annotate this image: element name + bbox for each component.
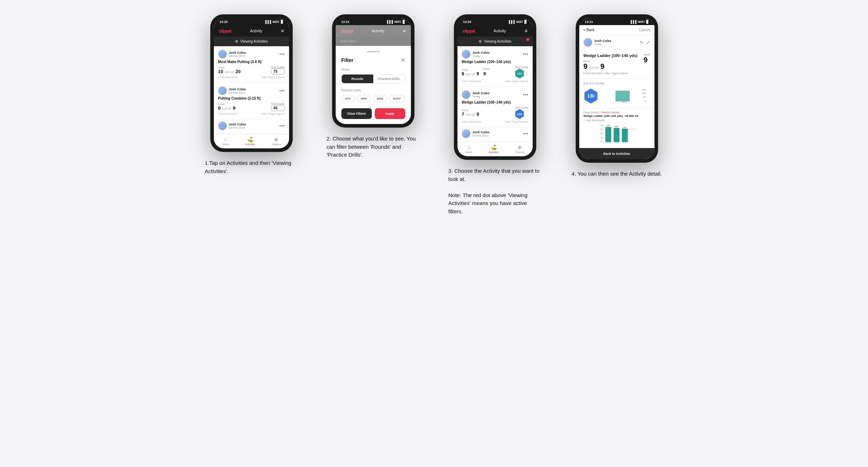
app-logo-1: clippd	[219, 28, 231, 34]
shots-val-1-1: 20	[235, 69, 240, 74]
card-header-1-1: Josh Coles 28 Feb 2023 •••	[218, 50, 285, 58]
app-header-1: clippd Activity ≡	[214, 25, 289, 37]
hamburger-icon-2[interactable]: ≡	[403, 28, 406, 34]
signal-icon: ▐▐▐	[264, 20, 271, 24]
battery-icon-2: ▊	[403, 20, 405, 24]
detail-score-row: Score 9 OUT OF 9	[584, 60, 638, 71]
score-val-1-2: 0	[218, 105, 221, 111]
activity-card-3-3[interactable]: Josh Coles 28 Feb 2023 •••	[457, 127, 533, 142]
user-info-3-1: Josh Coles Today	[462, 50, 490, 58]
nav-activities-1[interactable]: ⛳ Activities	[245, 137, 255, 146]
detail-shots-val: 9	[600, 62, 604, 71]
viewing-label-3: Viewing Activities	[484, 39, 512, 43]
hamburger-icon-1[interactable]: ≡	[281, 28, 284, 34]
stats-row-1-2: Score 0 OUT OF 9 Shot Quality 45	[218, 103, 285, 111]
avatar-3-1	[462, 50, 470, 58]
notch-4	[604, 14, 629, 21]
more-icon-3-3[interactable]: •••	[523, 131, 528, 136]
back-to-activities-button[interactable]: Back to Activities	[579, 148, 654, 159]
phone-4: 13:21 ▐▐▐ WiFi ▊ < Back Cancel	[576, 14, 658, 163]
stats-row-1-1: Score 10 OUT OF 20 Shot Quality 75	[218, 66, 285, 75]
activity-card-3-2[interactable]: Josh Coles Today ••• Wedge Ladder (100–1…	[457, 87, 533, 127]
edit-icon[interactable]: ✎	[639, 40, 643, 45]
step-3-column: 13:20 ▐▐▐ WiFi ▊ clippd Activity ≡ ⚙ V	[441, 14, 549, 215]
user-date-1-1: 28 Feb 2023	[229, 54, 246, 58]
svg-text:APP: APP	[622, 101, 627, 103]
signal-icon-4: ▐▐▐	[629, 20, 636, 24]
nav-capture-1[interactable]: ⊕ Capture	[272, 137, 280, 146]
phone-screen-3: 13:20 ▐▐▐ WiFi ▊ clippd Activity ≡ ⚙ V	[457, 18, 533, 156]
pa-chart-title: Wedge Ladder (100–140 yds) - 06 Mar 23	[584, 114, 650, 118]
detail-score-val: 9	[584, 62, 588, 71]
notch-3	[483, 14, 508, 21]
practice-drills-toggle[interactable]: Practice Drills	[373, 75, 405, 83]
avg-content: 130 130 100 50 0 APP	[584, 87, 650, 105]
bottom-nav-3: ⌂ Home ⛳ Activities ⊕ Capture	[457, 142, 533, 156]
viewing-banner-1[interactable]: ⚙ Viewing Activities	[214, 37, 289, 46]
status-time-3: 13:20	[463, 20, 471, 24]
card-header-3-2: Josh Coles Today •••	[462, 90, 528, 99]
user-date-1-2: 28 Feb 2023	[229, 91, 246, 94]
blurred-content-2: Josh Coles ...	[336, 37, 411, 46]
phone-2: 13:21 ▐▐▐ WiFi ▊ clippd Activity ≡ Josh …	[332, 14, 414, 128]
card-header-1-2: Josh Coles 28 Feb 2023 •••	[218, 86, 285, 95]
user-name-3-2: Josh Coles	[473, 91, 490, 95]
avatar-1-2	[218, 86, 227, 95]
activity-card-1-1[interactable]: Josh Coles 28 Feb 2023 ••• Must Make Put…	[214, 46, 289, 83]
rounds-toggle[interactable]: Rounds	[342, 75, 373, 83]
app-header-3: clippd Activity ≡	[457, 25, 533, 37]
close-button[interactable]: ✕	[401, 57, 405, 63]
activity-card-3-1[interactable]: Josh Coles Today ••• Wedge Ladder (100–1…	[457, 46, 533, 87]
drill-chips: OTT APP ARG PUTT	[341, 95, 405, 103]
wifi-icon-4: WiFi	[638, 20, 645, 24]
activity-card-1-3[interactable]: Josh Coles 28 Feb 2023 •••	[214, 119, 289, 134]
shots-val-3-1: 9	[476, 71, 479, 76]
more-icon-1-3[interactable]: •••	[279, 123, 285, 128]
clear-filters-button[interactable]: Clear Filters	[341, 108, 372, 119]
viewing-banner-3[interactable]: ⚙ Viewing Activities	[457, 37, 533, 46]
nav-activities-3[interactable]: ⛳ Activities	[489, 144, 499, 153]
cancel-button-detail[interactable]: Cancel	[639, 28, 650, 32]
svg-text:124: 124	[623, 126, 626, 128]
more-icon-3-1[interactable]: •••	[523, 52, 528, 57]
avatar-4	[584, 38, 592, 47]
chip-arg[interactable]: ARG	[373, 95, 387, 103]
back-button[interactable]: < Back	[584, 28, 595, 32]
show-label: Show	[341, 68, 405, 71]
score-val-3-2: 7	[462, 111, 464, 117]
nav-home-1[interactable]: ⌂ Home	[222, 137, 229, 146]
player-activity-section: Player Activity › Practice Session Wedge…	[579, 108, 654, 148]
app-title-2: Activity	[372, 29, 384, 33]
activity-card-1-2[interactable]: Josh Coles 28 Feb 2023 ••• Putting Combi…	[214, 83, 289, 119]
expand-icon[interactable]: ⤢	[646, 40, 650, 45]
home-icon-1: ⌂	[224, 137, 227, 142]
wifi-icon-2: WiFi	[394, 20, 401, 24]
score-block-3-1: Score 9 OUT OF 9	[462, 68, 479, 76]
score-val-1-1: 10	[218, 69, 223, 74]
quality-badge-1-2: 45	[271, 105, 284, 111]
stats-row-3-1: Score 9 OUT OF 9 Shots 9 Sho	[462, 66, 528, 78]
avatar-3-3	[462, 129, 470, 138]
detail-user-name: Josh Coles	[594, 39, 612, 43]
svg-text:140: 140	[600, 124, 603, 127]
chip-ott[interactable]: OTT	[341, 95, 355, 103]
svg-rect-4	[615, 91, 630, 101]
more-icon-1-1[interactable]: •••	[279, 52, 285, 57]
activities-icon-1: ⛳	[247, 137, 253, 142]
chip-app[interactable]: APP	[357, 95, 371, 103]
more-icon-3-2[interactable]: •••	[523, 92, 528, 97]
nav-capture-3[interactable]: ⊕ Capture	[515, 144, 524, 153]
svg-rect-12	[605, 127, 611, 142]
info-row-3-1: ℹ Test Information Data: Clippd Capture	[462, 80, 528, 83]
hamburger-icon-3[interactable]: ≡	[524, 28, 527, 34]
nav-home-3[interactable]: ⌂ Home	[466, 144, 473, 153]
more-icon-1-2[interactable]: •••	[279, 88, 285, 93]
quality-hex-3-2: 118	[514, 109, 524, 119]
chip-putt[interactable]: PUTT	[389, 95, 405, 103]
battery-icon: ▊	[281, 20, 283, 24]
apply-button[interactable]: Apply	[375, 108, 405, 119]
test-info-4: ℹ Test Information Data: Clippd Capture	[584, 72, 650, 75]
user-info-1-2: Josh Coles 28 Feb 2023	[218, 86, 246, 95]
card-header-3-3: Josh Coles 28 Feb 2023 •••	[462, 129, 528, 138]
phone-screen-4: 13:21 ▐▐▐ WiFi ▊ < Back Cancel	[579, 18, 654, 159]
